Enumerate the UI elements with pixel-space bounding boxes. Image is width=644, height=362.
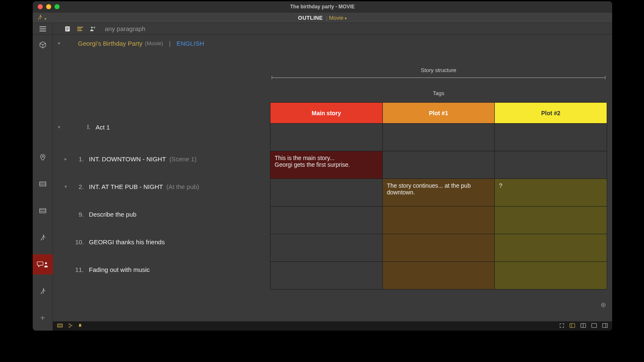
chevron-right-icon[interactable]: ▸ (58, 156, 70, 162)
target-icon[interactable] (600, 302, 606, 308)
svg-rect-29 (592, 323, 597, 327)
svg-point-10 (43, 288, 44, 290)
outline-row-act[interactable]: ▾ I. Act 1 (53, 113, 270, 141)
sidebar: + (33, 23, 53, 331)
sb-panel-2-icon[interactable] (580, 323, 586, 329)
tag-header-plot1[interactable]: Plot #1 (382, 103, 495, 124)
outline-row-11[interactable]: 11. Fading out with music (53, 256, 270, 283)
outline-row-10[interactable]: 10. GEORGI thanks his friends (53, 228, 270, 256)
svg-rect-12 (66, 27, 69, 28)
sidebar-item-run-2[interactable] (33, 281, 53, 301)
svg-rect-25 (570, 323, 575, 327)
titlebar: The birthday party - MOVIE (33, 1, 612, 12)
chevron-down-icon[interactable]: ▾ (58, 124, 70, 130)
hamburger-icon (39, 26, 46, 31)
svg-rect-13 (66, 28, 69, 29)
tags-label: Tags (270, 90, 607, 96)
cell-main-1[interactable]: This is the main story... Georgi gets th… (270, 151, 383, 179)
svg-rect-5 (39, 209, 46, 213)
story-structure-span (272, 76, 605, 79)
sb-panel-1-icon[interactable] (569, 323, 575, 329)
svg-point-17 (601, 303, 605, 307)
sb-tree-icon[interactable] (68, 323, 73, 329)
svg-rect-2 (39, 182, 46, 186)
sidebar-item-box[interactable] (33, 36, 53, 53)
tags-table: Main story Plot #1 Plot #2 This is the m… (270, 102, 607, 290)
svg-point-15 (91, 26, 93, 28)
tag-row-9 (270, 207, 607, 234)
chevron-down-icon[interactable]: ▾ (58, 184, 70, 189)
window-title: The birthday party - MOVIE (33, 4, 612, 10)
modebar: ▾ OUTLINE | Movie ▾ (33, 12, 612, 23)
story-structure-label: Story structure (270, 67, 607, 73)
outline-list: ▾ I. Act 1 ▸ 1. INT. DOWNTOWN - NIGHT (S… (53, 67, 270, 290)
tag-header-main[interactable]: Main story (270, 103, 383, 124)
svg-point-9 (45, 262, 47, 264)
svg-rect-30 (602, 323, 608, 327)
svg-rect-14 (66, 30, 68, 30)
tb-page-icon[interactable] (64, 25, 71, 33)
cell-p1-2[interactable]: The story continues... at the pub downto… (382, 179, 495, 207)
sidebar-item-film-1[interactable] (33, 174, 53, 194)
svg-point-18 (602, 304, 604, 306)
sb-panel-3-icon[interactable] (591, 323, 597, 329)
tag-row-11 (270, 262, 607, 290)
toolbar: any paragraph (53, 23, 612, 35)
mode-outline-label: OUTLINE (298, 15, 323, 21)
tb-lines-icon[interactable] (76, 25, 84, 33)
sidebar-menu[interactable] (33, 23, 52, 35)
sb-fullscreen-icon[interactable] (559, 323, 564, 329)
tag-row-scene2: The story continues... at the pub downto… (270, 179, 607, 207)
sb-film-icon[interactable] (57, 323, 63, 329)
outline-row-scene-1[interactable]: ▸ 1. INT. DOWNTOWN - NIGHT (Scene 1) (53, 145, 270, 173)
sidebar-item-film-2[interactable] (33, 201, 53, 221)
svg-point-8 (43, 235, 44, 236)
sidebar-item-add[interactable]: + (33, 308, 53, 328)
outline-row-9[interactable]: 9. Describe the pub (53, 200, 270, 228)
svg-point-16 (94, 27, 95, 28)
cell-p2-2[interactable]: ? (495, 179, 607, 207)
search-input[interactable]: any paragraph (105, 25, 145, 32)
tag-row-scene1: This is the main story... Georgi gets th… (270, 151, 607, 179)
app-window: The birthday party - MOVIE ▾ OUTLINE | M… (33, 1, 612, 331)
outline-row-scene-2[interactable]: ▾ 2. INT. AT THE PUB - NIGHT (At the pub… (53, 173, 270, 200)
svg-point-22 (69, 323, 70, 324)
statusbar (53, 321, 612, 331)
svg-point-23 (69, 326, 70, 327)
sb-bookmark-icon[interactable] (78, 323, 82, 329)
svg-rect-19 (57, 323, 62, 327)
tb-person-settings-icon[interactable] (89, 25, 96, 33)
mode-movie-label[interactable]: Movie ▾ (329, 15, 347, 21)
tag-row-10 (270, 234, 607, 262)
sidebar-item-run-1[interactable] (33, 228, 53, 248)
tag-header-plot2[interactable]: Plot #2 (495, 103, 607, 124)
sidebar-item-dialog[interactable] (33, 254, 53, 274)
chevron-down-icon[interactable]: ▾ (58, 41, 68, 46)
plus-icon: + (40, 313, 45, 323)
sb-panel-4-icon[interactable] (602, 323, 608, 329)
tag-row-act (270, 124, 607, 151)
modebar-center[interactable]: OUTLINE | Movie ▾ (33, 15, 612, 21)
project-language[interactable]: ENGLISH (177, 40, 204, 47)
project-header: ▾ Georgi's Birthday Party (Movie) | ENGL… (53, 40, 612, 47)
project-title[interactable]: Georgi's Birthday Party (78, 40, 143, 47)
svg-point-24 (71, 325, 72, 326)
sidebar-item-location[interactable] (33, 147, 53, 167)
project-type: (Movie) (145, 40, 163, 47)
svg-point-1 (42, 156, 44, 158)
